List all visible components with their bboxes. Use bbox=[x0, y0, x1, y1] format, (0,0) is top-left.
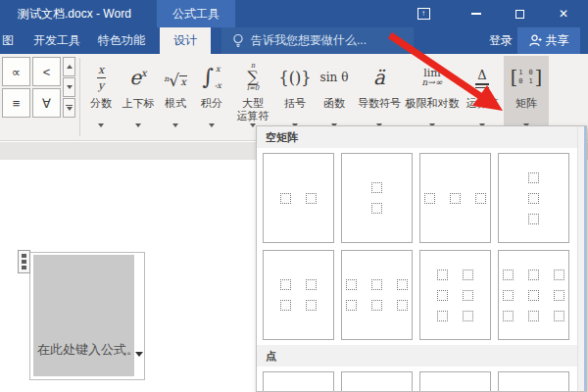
symbol-gallery-grid: ∝<≡∀ bbox=[2, 57, 61, 118]
ribbon-button-radical[interactable]: n√x根式 bbox=[157, 56, 194, 132]
symbol-less-than[interactable]: < bbox=[32, 57, 61, 86]
matrix-option-2x2[interactable] bbox=[263, 250, 334, 340]
ribbon-button-fraction[interactable]: xy分数 bbox=[82, 56, 120, 132]
matrix-placeholder-box bbox=[503, 270, 514, 280]
accent-label: 导数符号 bbox=[358, 97, 401, 123]
integral-icon: ∫x-x bbox=[202, 58, 221, 97]
ribbon-button-matrix[interactable]: [1 00 1]矩阵 bbox=[504, 56, 549, 132]
equation-move-handle[interactable] bbox=[18, 250, 30, 273]
limit-icon: limn→∞ bbox=[422, 58, 443, 97]
maximize-icon bbox=[515, 10, 524, 19]
more-line-icon bbox=[66, 105, 73, 106]
matrix-option-3x3[interactable] bbox=[498, 250, 569, 340]
bigop-icon: n∑i=0 bbox=[247, 58, 260, 97]
symbol-gallery-more-button[interactable] bbox=[63, 98, 75, 118]
matrix-option-2x1[interactable] bbox=[341, 153, 413, 243]
lightbulb-icon bbox=[232, 33, 244, 49]
close-button[interactable]: ✕ bbox=[551, 0, 576, 27]
ribbon-button-script[interactable]: ex上下标 bbox=[120, 56, 157, 132]
matrix-placeholder-box bbox=[463, 270, 473, 280]
function-label: 函数 bbox=[323, 97, 345, 123]
tab-view-partial[interactable]: 图 bbox=[2, 27, 14, 54]
ribbon-display-options-button[interactable]: ↑ bbox=[412, 0, 435, 27]
matrix-option-3x2[interactable] bbox=[419, 250, 491, 340]
tab-design-active[interactable]: 设计 bbox=[160, 27, 211, 54]
equation-placeholder-text: 在此处键入公式。 bbox=[37, 341, 139, 359]
matrix-placeholder-box bbox=[554, 270, 564, 280]
radical-icon: n√x bbox=[164, 58, 187, 97]
matrix-placeholder-box bbox=[371, 182, 382, 193]
ribbon-button-integral[interactable]: ∫x-x积分 bbox=[194, 56, 229, 132]
fraction-label: 分数 bbox=[90, 97, 112, 123]
dropdown-arrow-icon bbox=[209, 123, 215, 127]
dropdown-section-header: 点 bbox=[257, 345, 577, 367]
matrix-option[interactable] bbox=[498, 371, 569, 392]
symbol-proportional-to[interactable]: ∝ bbox=[2, 57, 30, 86]
matrix-option[interactable] bbox=[341, 371, 413, 392]
equation-dropdown-button[interactable] bbox=[135, 357, 143, 374]
tab-developer[interactable]: 开发工具 bbox=[27, 27, 86, 54]
chevron-down-icon bbox=[67, 107, 73, 111]
matrix-placeholder-box bbox=[475, 193, 486, 204]
dropdown-gallery-row bbox=[257, 148, 577, 345]
bracket-label: 括号 bbox=[284, 97, 306, 123]
symbol-scroll-down-button[interactable] bbox=[63, 77, 75, 97]
title-bar: 测试文档.docx - Word 公式工具 ↑ ✕ bbox=[0, 0, 588, 27]
document-title: 测试文档.docx - Word bbox=[18, 0, 131, 27]
ribbon-button-accent[interactable]: ä导数符号 bbox=[355, 56, 404, 132]
minimize-button[interactable] bbox=[465, 0, 488, 27]
matrix-placeholder-box bbox=[450, 193, 461, 204]
chevron-down-icon bbox=[135, 352, 143, 373]
matrix-option[interactable] bbox=[263, 371, 334, 392]
matrix-placeholder-box bbox=[554, 290, 564, 301]
limit-label: 极限和对数 bbox=[406, 97, 460, 123]
equation-structures-group: xy分数ex上下标n√x根式∫x-x积分n∑i=0大型运算符{()}括号sin … bbox=[82, 56, 549, 132]
share-label: 共享 bbox=[546, 32, 569, 49]
maximize-button[interactable] bbox=[508, 0, 531, 27]
matrix-option-2x3[interactable] bbox=[341, 250, 413, 340]
script-icon: ex bbox=[129, 58, 146, 97]
matrix-placeholder-box bbox=[528, 290, 539, 301]
symbol-for-all[interactable]: ∀ bbox=[32, 88, 61, 118]
share-button[interactable]: 共享 bbox=[517, 27, 580, 54]
operator-icon: Δ bbox=[475, 58, 489, 97]
matrix-placeholder-box bbox=[528, 270, 539, 280]
matrix-placeholder-box bbox=[463, 290, 473, 301]
matrix-placeholder-box bbox=[306, 300, 317, 311]
dropdown-section-header: 空矩阵 bbox=[257, 126, 577, 148]
ribbon-button-bigop[interactable]: n∑i=0大型运算符 bbox=[229, 56, 276, 132]
matrix-placeholder-box bbox=[280, 279, 291, 290]
matrix-placeholder-box bbox=[346, 279, 357, 290]
matrix-placeholder-box bbox=[503, 311, 514, 321]
symbol-identical-to[interactable]: ≡ bbox=[2, 88, 30, 118]
dropdown-arrow-icon bbox=[98, 123, 104, 127]
matrix-placeholder-box bbox=[346, 300, 357, 311]
tab-special-features[interactable]: 特色功能 bbox=[91, 27, 152, 54]
matrix-option[interactable] bbox=[419, 371, 491, 392]
chevron-down-icon bbox=[67, 85, 73, 89]
matrix-option-1x2[interactable] bbox=[263, 153, 334, 243]
equation-content-control[interactable]: 在此处键入公式。 bbox=[29, 252, 145, 380]
matrix-option-3x1[interactable] bbox=[498, 153, 569, 243]
matrix-placeholder-box bbox=[424, 193, 435, 204]
ribbon-button-bracket[interactable]: {()}括号 bbox=[276, 56, 314, 132]
matrix-option-1x3[interactable] bbox=[419, 153, 491, 243]
matrix-placeholder-box bbox=[280, 300, 291, 311]
matrix-placeholder-box bbox=[463, 311, 473, 321]
matrix-placeholder-box bbox=[503, 290, 514, 301]
symbol-scroll-up-button[interactable] bbox=[63, 57, 75, 76]
matrix-dropdown-content: 空矩阵点 bbox=[257, 126, 577, 391]
dropdown-scrollbar[interactable] bbox=[577, 126, 586, 391]
equation-placeholder-fill: 在此处键入公式。 bbox=[33, 255, 134, 376]
sign-in-button[interactable]: 登录 bbox=[484, 27, 517, 54]
ribbon-button-limit[interactable]: limn→∞极限和对数 bbox=[404, 56, 461, 132]
matrix-placeholder-box bbox=[280, 193, 291, 204]
person-plus-icon bbox=[529, 34, 542, 47]
chevron-up-icon bbox=[67, 65, 73, 69]
ribbon-button-function[interactable]: sin θ函数 bbox=[314, 56, 355, 132]
contextual-tab-equation-tools[interactable]: 公式工具 bbox=[157, 0, 235, 27]
ribbon-button-operator[interactable]: Δ运算符 bbox=[461, 56, 504, 132]
matrix-placeholder-box bbox=[554, 311, 564, 321]
tell-me-box[interactable]: 告诉我您想要做什么... bbox=[221, 27, 414, 54]
minimize-icon bbox=[471, 13, 481, 15]
